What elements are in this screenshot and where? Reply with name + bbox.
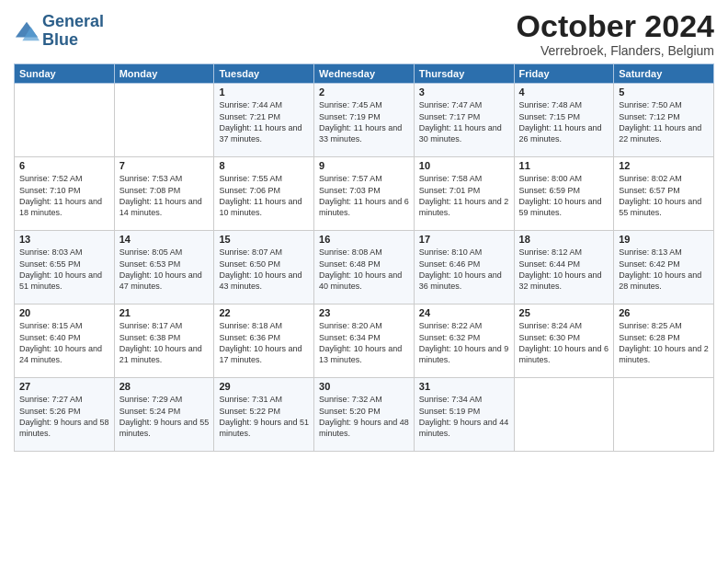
day-info: Sunrise: 7:47 AMSunset: 7:17 PMDaylight:… [419, 99, 509, 144]
day-number: 17 [419, 234, 509, 245]
day-info: Sunrise: 8:20 AMSunset: 6:34 PMDaylight:… [319, 320, 409, 365]
calendar-week-2: 6Sunrise: 7:52 AMSunset: 7:10 PMDaylight… [15, 157, 714, 231]
logo: General Blue [14, 13, 104, 50]
calendar-cell: 9Sunrise: 7:57 AMSunset: 7:03 PMDaylight… [314, 157, 415, 231]
calendar-cell: 19Sunrise: 8:13 AMSunset: 6:42 PMDayligh… [614, 231, 714, 304]
day-number: 27 [19, 381, 109, 392]
day-number: 8 [219, 160, 309, 171]
day-number: 4 [519, 86, 609, 98]
calendar-cell: 29Sunrise: 7:31 AMSunset: 5:22 PMDayligh… [214, 378, 314, 452]
day-info: Sunrise: 8:17 AMSunset: 6:38 PMDaylight:… [119, 320, 210, 365]
day-info: Sunrise: 7:32 AMSunset: 5:20 PMDaylight:… [319, 394, 409, 439]
calendar-cell: 18Sunrise: 8:12 AMSunset: 6:44 PMDayligh… [514, 231, 614, 304]
day-info: Sunrise: 8:08 AMSunset: 6:48 PMDaylight:… [319, 247, 409, 292]
calendar-cell: 12Sunrise: 8:02 AMSunset: 6:57 PMDayligh… [614, 157, 714, 231]
logo-text: General Blue [42, 13, 104, 50]
calendar-cell: 17Sunrise: 8:10 AMSunset: 6:46 PMDayligh… [414, 231, 514, 304]
calendar-cell: 20Sunrise: 8:15 AMSunset: 6:40 PMDayligh… [15, 304, 115, 378]
calendar-cell: 14Sunrise: 8:05 AMSunset: 6:53 PMDayligh… [114, 231, 214, 304]
day-number: 18 [519, 234, 609, 245]
calendar-cell: 31Sunrise: 7:34 AMSunset: 5:19 PMDayligh… [414, 378, 514, 452]
logo-line1: General [42, 13, 104, 31]
calendar-cell: 4Sunrise: 7:48 AMSunset: 7:15 PMDaylight… [514, 84, 614, 157]
day-info: Sunrise: 8:18 AMSunset: 6:36 PMDaylight:… [219, 320, 309, 365]
day-number: 13 [19, 234, 109, 245]
calendar-cell: 21Sunrise: 8:17 AMSunset: 6:38 PMDayligh… [114, 304, 214, 378]
header-friday: Friday [514, 64, 614, 84]
calendar-cell: 11Sunrise: 8:00 AMSunset: 6:59 PMDayligh… [514, 157, 614, 231]
calendar-table: Sunday Monday Tuesday Wednesday Thursday… [14, 63, 714, 452]
location: Verrebroek, Flanders, Belgium [517, 43, 714, 58]
header: General Blue October 2024 Verrebroek, Fl… [14, 9, 714, 58]
calendar-cell: 7Sunrise: 7:53 AMSunset: 7:08 PMDaylight… [114, 157, 214, 231]
logo-line2: Blue [42, 31, 104, 50]
calendar-cell [614, 378, 714, 452]
day-info: Sunrise: 7:45 AMSunset: 7:19 PMDaylight:… [319, 99, 409, 144]
day-number: 7 [119, 160, 210, 171]
header-tuesday: Tuesday [214, 64, 314, 84]
day-info: Sunrise: 8:00 AMSunset: 6:59 PMDaylight:… [519, 173, 609, 218]
calendar-cell: 30Sunrise: 7:32 AMSunset: 5:20 PMDayligh… [314, 378, 415, 452]
day-info: Sunrise: 7:50 AMSunset: 7:12 PMDaylight:… [619, 99, 709, 144]
calendar-cell [15, 84, 115, 157]
header-saturday: Saturday [614, 64, 714, 84]
day-number: 28 [119, 381, 210, 392]
calendar-cell: 27Sunrise: 7:27 AMSunset: 5:26 PMDayligh… [15, 378, 115, 452]
calendar-cell: 23Sunrise: 8:20 AMSunset: 6:34 PMDayligh… [314, 304, 415, 378]
day-info: Sunrise: 8:24 AMSunset: 6:30 PMDaylight:… [519, 320, 609, 365]
day-number: 5 [619, 86, 709, 98]
calendar-week-4: 20Sunrise: 8:15 AMSunset: 6:40 PMDayligh… [15, 304, 714, 378]
day-number: 14 [119, 234, 210, 245]
day-info: Sunrise: 7:53 AMSunset: 7:08 PMDaylight:… [119, 173, 210, 218]
calendar-week-5: 27Sunrise: 7:27 AMSunset: 5:26 PMDayligh… [15, 378, 714, 452]
header-sunday: Sunday [15, 64, 115, 84]
day-info: Sunrise: 7:27 AMSunset: 5:26 PMDaylight:… [19, 394, 109, 439]
header-row: Sunday Monday Tuesday Wednesday Thursday… [15, 64, 714, 84]
day-number: 30 [319, 381, 409, 392]
day-info: Sunrise: 8:03 AMSunset: 6:55 PMDaylight:… [19, 247, 109, 292]
day-info: Sunrise: 7:34 AMSunset: 5:19 PMDaylight:… [419, 394, 509, 439]
calendar-cell: 3Sunrise: 7:47 AMSunset: 7:17 PMDaylight… [414, 84, 514, 157]
title-block: October 2024 Verrebroek, Flanders, Belgi… [517, 9, 714, 58]
day-number: 9 [319, 160, 409, 171]
day-info: Sunrise: 8:07 AMSunset: 6:50 PMDaylight:… [219, 247, 309, 292]
calendar-cell: 6Sunrise: 7:52 AMSunset: 7:10 PMDaylight… [15, 157, 115, 231]
day-info: Sunrise: 8:15 AMSunset: 6:40 PMDaylight:… [19, 320, 109, 365]
day-number: 20 [19, 307, 109, 318]
day-number: 22 [219, 307, 309, 318]
calendar-cell: 15Sunrise: 8:07 AMSunset: 6:50 PMDayligh… [214, 231, 314, 304]
day-info: Sunrise: 7:31 AMSunset: 5:22 PMDaylight:… [219, 394, 309, 439]
day-number: 15 [219, 234, 309, 245]
day-number: 26 [619, 307, 709, 318]
calendar-body: 1Sunrise: 7:44 AMSunset: 7:21 PMDaylight… [15, 84, 714, 452]
month-title: October 2024 [517, 9, 714, 43]
calendar-cell: 22Sunrise: 8:18 AMSunset: 6:36 PMDayligh… [214, 304, 314, 378]
day-info: Sunrise: 7:44 AMSunset: 7:21 PMDaylight:… [219, 99, 309, 144]
day-info: Sunrise: 8:10 AMSunset: 6:46 PMDaylight:… [419, 247, 509, 292]
day-info: Sunrise: 8:13 AMSunset: 6:42 PMDaylight:… [619, 247, 709, 292]
day-number: 21 [119, 307, 210, 318]
calendar-cell: 10Sunrise: 7:58 AMSunset: 7:01 PMDayligh… [414, 157, 514, 231]
day-number: 23 [319, 307, 409, 318]
day-info: Sunrise: 8:12 AMSunset: 6:44 PMDaylight:… [519, 247, 609, 292]
day-number: 19 [619, 234, 709, 245]
calendar-cell: 24Sunrise: 8:22 AMSunset: 6:32 PMDayligh… [414, 304, 514, 378]
calendar-cell: 5Sunrise: 7:50 AMSunset: 7:12 PMDaylight… [614, 84, 714, 157]
header-thursday: Thursday [414, 64, 514, 84]
calendar-week-1: 1Sunrise: 7:44 AMSunset: 7:21 PMDaylight… [15, 84, 714, 157]
calendar-cell: 13Sunrise: 8:03 AMSunset: 6:55 PMDayligh… [15, 231, 115, 304]
day-number: 12 [619, 160, 709, 171]
calendar-page: General Blue October 2024 Verrebroek, Fl… [0, 0, 728, 563]
day-number: 24 [419, 307, 509, 318]
header-monday: Monday [114, 64, 214, 84]
logo-icon [14, 18, 40, 44]
calendar-cell: 26Sunrise: 8:25 AMSunset: 6:28 PMDayligh… [614, 304, 714, 378]
day-info: Sunrise: 7:58 AMSunset: 7:01 PMDaylight:… [419, 173, 509, 218]
day-number: 10 [419, 160, 509, 171]
calendar-cell: 16Sunrise: 8:08 AMSunset: 6:48 PMDayligh… [314, 231, 415, 304]
day-info: Sunrise: 8:05 AMSunset: 6:53 PMDaylight:… [119, 247, 210, 292]
day-number: 29 [219, 381, 309, 392]
calendar-week-3: 13Sunrise: 8:03 AMSunset: 6:55 PMDayligh… [15, 231, 714, 304]
calendar-cell: 2Sunrise: 7:45 AMSunset: 7:19 PMDaylight… [314, 84, 415, 157]
day-number: 25 [519, 307, 609, 318]
